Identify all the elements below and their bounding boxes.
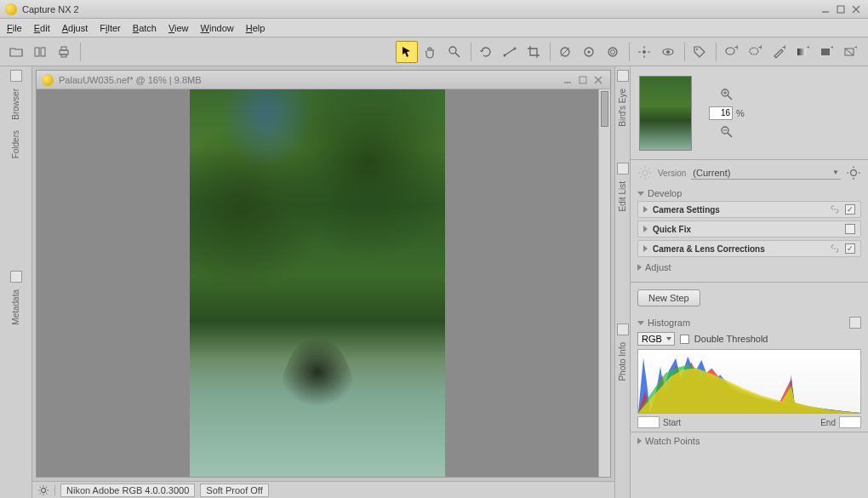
svg-line-60 — [640, 176, 642, 178]
remove-plus-button[interactable]: + — [839, 41, 861, 63]
svg-point-19 — [611, 49, 615, 54]
compare-button[interactable] — [29, 41, 51, 63]
toolbar: + + + + + + — [0, 37, 868, 66]
editlist-panel-label: Edit List — [618, 178, 627, 215]
svg-point-13 — [514, 47, 517, 49]
svg-line-50 — [728, 133, 732, 137]
menu-filter[interactable]: Filter — [100, 23, 120, 33]
svg-rect-33 — [797, 49, 806, 55]
birdseye-panel-label: Bird's Eye — [618, 85, 627, 130]
fill-plus-button[interactable]: + — [815, 41, 837, 63]
svg-line-59 — [648, 168, 650, 169]
version-label: Version — [658, 169, 686, 178]
label-button[interactable] — [688, 41, 711, 63]
zoom-input[interactable] — [709, 106, 733, 120]
gradient-plus-button[interactable]: + — [791, 41, 814, 63]
color-profile-field[interactable]: Nikon Adobe RGB 4.0.0.3000 — [60, 484, 195, 497]
checkbox[interactable] — [845, 224, 855, 234]
minimize-button[interactable] — [819, 3, 832, 15]
menu-adjust[interactable]: Adjust — [62, 23, 89, 33]
print-button[interactable] — [53, 41, 75, 63]
white-point-button[interactable] — [578, 41, 600, 63]
editlist-panel-toggle[interactable] — [617, 163, 629, 175]
svg-text:+: + — [807, 45, 809, 52]
editlist-gear-icon[interactable] — [846, 165, 861, 180]
new-step-button[interactable]: New Step — [637, 289, 700, 306]
svg-rect-4 — [35, 48, 39, 56]
browser-panel-toggle[interactable] — [10, 70, 22, 82]
adjust-section-header[interactable]: Adjust — [637, 260, 861, 275]
zoom-in-icon[interactable] — [720, 88, 734, 101]
open-folder-button[interactable] — [5, 41, 27, 63]
svg-point-12 — [504, 54, 506, 56]
app-logo-icon — [5, 3, 17, 15]
arrow-tool-button[interactable] — [396, 41, 418, 63]
menu-file[interactable]: File — [7, 23, 22, 33]
brush-plus-button[interactable]: + — [768, 41, 790, 63]
vertical-scrollbar[interactable] — [598, 89, 610, 477]
birdseye-panel-toggle[interactable] — [617, 70, 629, 82]
histogram-start-input[interactable] — [637, 416, 660, 428]
birdseye-thumbnail[interactable] — [639, 76, 692, 151]
image-canvas[interactable] — [190, 89, 445, 477]
checkbox[interactable]: ✓ — [845, 243, 855, 254]
gear-icon[interactable] — [37, 484, 49, 496]
document-title: PalauUW035.nef* @ 16% | 9.8MB — [59, 75, 202, 85]
lasso-minus-button[interactable]: + — [744, 41, 766, 63]
develop-item-camera-settings[interactable]: Camera Settings ✓ — [637, 201, 861, 218]
watch-points-header[interactable]: Watch Points — [631, 432, 868, 449]
close-button[interactable] — [849, 3, 863, 15]
develop-item-quick-fix[interactable]: Quick Fix — [637, 220, 861, 238]
svg-line-46 — [728, 95, 732, 100]
link-icon — [830, 204, 840, 215]
svg-point-28 — [726, 48, 734, 54]
control-point-button[interactable] — [633, 41, 655, 63]
develop-section-header[interactable]: Develop — [637, 186, 861, 201]
svg-rect-8 — [61, 54, 66, 57]
menu-help[interactable]: Help — [246, 23, 266, 33]
develop-item-lens-corrections[interactable]: Camera & Lens Corrections ✓ — [637, 240, 861, 257]
neutral-point-button[interactable] — [602, 41, 624, 63]
straighten-button[interactable] — [499, 41, 521, 63]
svg-point-27 — [696, 49, 698, 50]
sun-icon — [637, 165, 653, 180]
svg-line-10 — [455, 53, 460, 57]
hand-tool-button[interactable] — [420, 41, 442, 63]
svg-point-30 — [750, 48, 758, 54]
histogram-popout-button[interactable] — [849, 317, 861, 329]
black-point-button[interactable] — [554, 41, 576, 63]
svg-line-58 — [648, 176, 650, 178]
document-icon — [42, 74, 54, 86]
menu-window[interactable]: Window — [201, 23, 234, 33]
histogram-end-input[interactable] — [839, 416, 861, 428]
lasso-plus-button[interactable]: + — [720, 41, 742, 63]
svg-text:+: + — [854, 45, 857, 52]
metadata-panel-toggle[interactable] — [10, 271, 22, 283]
maximize-button[interactable] — [834, 3, 848, 15]
zoom-out-icon[interactable] — [720, 125, 734, 139]
menu-edit[interactable]: Edit — [34, 23, 50, 33]
zoom-tool-button[interactable] — [443, 41, 465, 63]
app-title: Capture NX 2 — [22, 4, 79, 14]
svg-point-52 — [642, 170, 648, 175]
doc-maximize-button[interactable] — [576, 74, 590, 86]
photoinfo-panel-toggle[interactable] — [617, 323, 629, 335]
histogram-channel-select[interactable]: RGB — [637, 332, 675, 346]
redeye-button[interactable] — [657, 41, 679, 63]
double-threshold-checkbox[interactable] — [680, 335, 689, 344]
svg-text:+: + — [782, 45, 785, 52]
svg-point-44 — [41, 488, 45, 492]
histogram-end-label: End — [820, 418, 836, 427]
checkbox[interactable]: ✓ — [845, 204, 855, 215]
doc-minimize-button[interactable] — [561, 74, 574, 86]
version-select[interactable]: (Current) ▼ — [691, 167, 841, 180]
folders-panel-label: Folders — [11, 127, 20, 162]
menu-batch[interactable]: Batch — [133, 23, 157, 33]
crop-button[interactable] — [523, 41, 545, 63]
svg-point-26 — [666, 50, 670, 54]
menu-view[interactable]: View — [168, 23, 189, 33]
soft-proof-field[interactable]: Soft Proof Off — [200, 484, 268, 497]
doc-close-button[interactable] — [591, 74, 605, 86]
rotate-button[interactable] — [475, 41, 497, 63]
photoinfo-panel-label: Photo Info — [618, 339, 627, 385]
